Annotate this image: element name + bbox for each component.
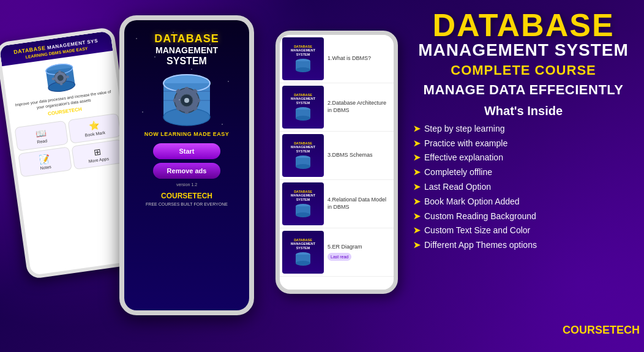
feature-item: ➤ Custom Reading Background bbox=[413, 209, 640, 224]
svg-rect-9 bbox=[66, 75, 69, 78]
svg-rect-20 bbox=[185, 108, 189, 114]
svg-point-38 bbox=[296, 212, 310, 217]
svg-rect-22 bbox=[195, 99, 200, 102]
center-title: DATABASE MANAGEMENT SYSTEM bbox=[124, 20, 249, 70]
center-system-title: SYSTEM bbox=[124, 56, 249, 67]
feature-item: ➤ Custom Text Size and Color bbox=[413, 223, 640, 238]
svg-rect-19 bbox=[185, 87, 189, 92]
feature-item: ➤ Completely offline bbox=[413, 165, 640, 180]
phone-right-screen: DATABASE MANAGEMENT SYSTEM 1.What is DBM… bbox=[280, 35, 394, 290]
arrow-icon: ➤ bbox=[413, 195, 421, 209]
feature-item: ➤ Last Read Option bbox=[413, 180, 640, 195]
phone-right: DATABASE MANAGEMENT SYSTEM 1.What is DBM… bbox=[275, 31, 398, 294]
arrow-icon: ➤ bbox=[413, 238, 421, 253]
info-features-list: ➤ Step by step learning ➤ Practice with … bbox=[407, 122, 640, 253]
phone-center-screen: DATABASE MANAGEMENT SYSTEM bbox=[124, 20, 249, 310]
feature-item: ➤ Book Mark Option Added bbox=[413, 195, 640, 209]
course-name: 2.Database Architecture in DBMS bbox=[328, 100, 391, 114]
bookmark-button[interactable]: ⭐ Book Mark bbox=[67, 113, 121, 144]
arrow-icon: ➤ bbox=[413, 151, 421, 165]
course-thumb: DATABASE MANAGEMENT SYSTEM bbox=[282, 37, 324, 80]
svg-point-41 bbox=[296, 261, 310, 266]
info-db-title: DATABASE bbox=[407, 9, 640, 41]
info-whats-inside: What's Inside bbox=[407, 104, 640, 118]
info-course-title: COMPLETE COURSE bbox=[407, 62, 640, 78]
arrow-icon: ➤ bbox=[413, 223, 421, 238]
svg-rect-7 bbox=[59, 82, 62, 86]
notes-button[interactable]: 📝 Notes bbox=[18, 147, 72, 178]
phone-center: DATABASE MANAGEMENT SYSTEM bbox=[119, 15, 254, 315]
svg-point-35 bbox=[296, 164, 310, 169]
feature-item: ➤ Effective explanation bbox=[413, 151, 640, 165]
arrow-icon: ➤ bbox=[413, 165, 421, 180]
center-brand-tagline: FREE COURSES BUILT FOR EVERYONE bbox=[124, 202, 249, 206]
course-thumb: DATABASE MANAGEMENT SYSTEM bbox=[282, 231, 324, 274]
version-text: version 1.2 bbox=[124, 182, 249, 187]
main-container: DATABASE MANAGEMENT SYS LEARNING DBMS MA… bbox=[0, 0, 644, 352]
last-read-badge: Last read bbox=[328, 253, 351, 261]
remove-ads-button[interactable]: Remove ads bbox=[153, 163, 220, 179]
arrow-icon: ➤ bbox=[413, 137, 421, 151]
arrow-icon: ➤ bbox=[413, 209, 421, 224]
center-brand: COURSETECH bbox=[124, 192, 249, 200]
center-mgmt-title: MANAGEMENT bbox=[124, 45, 249, 56]
start-button[interactable]: Start bbox=[153, 143, 220, 159]
svg-rect-6 bbox=[58, 70, 61, 74]
center-db-title: DATABASE bbox=[124, 32, 249, 45]
feature-item: ➤ Step by step learning bbox=[413, 122, 640, 137]
arrow-icon: ➤ bbox=[413, 180, 421, 195]
list-item[interactable]: DATABASE MANAGEMENT SYSTEM 4.Relational … bbox=[280, 180, 394, 228]
course-name: 3.DBMS Schemas bbox=[328, 152, 391, 159]
list-item[interactable]: DATABASE MANAGEMENT SYSTEM 1.What is DBM… bbox=[280, 35, 394, 83]
course-name: 4.Relational Data Model in DBMS bbox=[328, 197, 391, 211]
info-mgmt-title: MANAGEMENT SYSTEM bbox=[407, 41, 640, 60]
course-name: 1.What is DBMS? bbox=[328, 55, 391, 62]
svg-rect-8 bbox=[51, 77, 55, 80]
more-apps-button[interactable]: ⊞ More Apps bbox=[71, 139, 125, 170]
info-manage-title: MANAGE DATA EFFECIENTLY bbox=[407, 82, 640, 98]
center-tagline: NOW LEARNING MADE EASY bbox=[124, 131, 249, 137]
course-name: 5.ER Diagram Last read bbox=[328, 244, 391, 261]
feature-item: ➤ Different App Themes options bbox=[413, 238, 640, 253]
arrow-icon: ➤ bbox=[413, 122, 421, 137]
course-thumb: DATABASE MANAGEMENT SYSTEM bbox=[282, 182, 324, 225]
info-panel: DATABASE MANAGEMENT SYSTEM COMPLETE COUR… bbox=[407, 9, 640, 343]
svg-point-18 bbox=[184, 98, 189, 103]
feature-item: ➤ Practice with example bbox=[413, 137, 640, 151]
svg-point-29 bbox=[296, 67, 310, 72]
list-item[interactable]: DATABASE MANAGEMENT SYSTEM 3.DBMS Schema… bbox=[280, 132, 394, 180]
list-item[interactable]: DATABASE MANAGEMENT SYSTEM 2.Database Ar… bbox=[280, 83, 394, 132]
course-thumb: DATABASE MANAGEMENT SYSTEM bbox=[282, 86, 324, 129]
svg-rect-21 bbox=[173, 99, 179, 102]
center-db-icon bbox=[124, 70, 249, 131]
list-item[interactable]: DATABASE MANAGEMENT SYSTEM 5.ER Diagram … bbox=[280, 228, 394, 277]
course-thumb: DATABASE MANAGEMENT SYSTEM bbox=[282, 134, 324, 177]
svg-point-32 bbox=[296, 116, 310, 121]
read-button[interactable]: 📖 Read bbox=[14, 121, 68, 151]
info-brand: COURSETECH bbox=[563, 324, 640, 337]
left-phone-buttons: 📖 Read ⭐ Book Mark 📝 Notes ⊞ More Apps bbox=[10, 109, 129, 182]
